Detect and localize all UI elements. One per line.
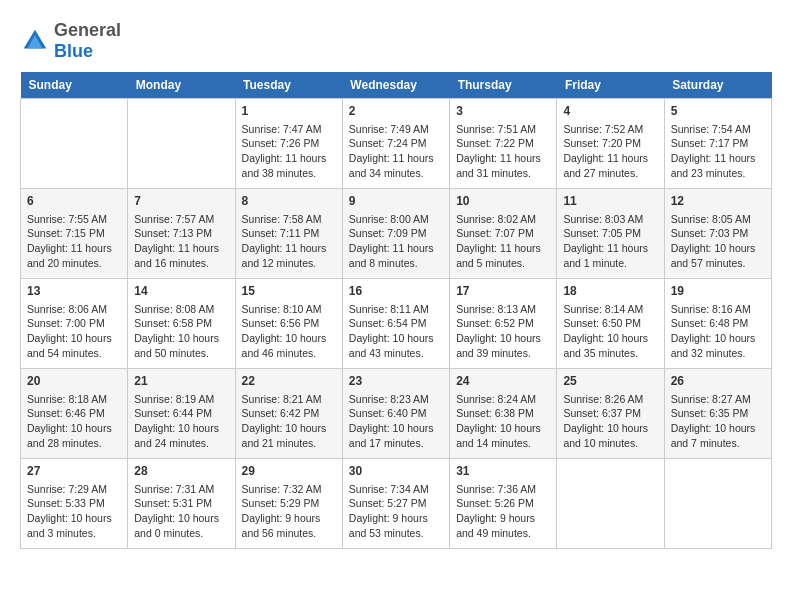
day-info: Sunset: 6:56 PM — [242, 316, 336, 331]
day-info: Sunset: 7:03 PM — [671, 226, 765, 241]
day-info: Sunrise: 8:13 AM — [456, 302, 550, 317]
day-info: Sunrise: 8:10 AM — [242, 302, 336, 317]
day-info: Sunrise: 8:00 AM — [349, 212, 443, 227]
day-number: 20 — [27, 373, 121, 390]
day-number: 7 — [134, 193, 228, 210]
weekday-header: Sunday — [21, 72, 128, 99]
day-info: Daylight: 11 hours and 12 minutes. — [242, 241, 336, 270]
day-info: Sunrise: 8:18 AM — [27, 392, 121, 407]
logo-text: General Blue — [54, 20, 121, 62]
day-info: Sunrise: 7:54 AM — [671, 122, 765, 137]
day-info: Sunrise: 7:36 AM — [456, 482, 550, 497]
day-info: Sunrise: 8:26 AM — [563, 392, 657, 407]
calendar-cell: 21Sunrise: 8:19 AMSunset: 6:44 PMDayligh… — [128, 369, 235, 459]
day-info: Sunrise: 8:11 AM — [349, 302, 443, 317]
weekday-header: Wednesday — [342, 72, 449, 99]
day-info: Daylight: 10 hours and 57 minutes. — [671, 241, 765, 270]
logo-icon — [20, 26, 50, 56]
day-info: Daylight: 11 hours and 8 minutes. — [349, 241, 443, 270]
day-info: Daylight: 11 hours and 31 minutes. — [456, 151, 550, 180]
day-info: Daylight: 10 hours and 54 minutes. — [27, 331, 121, 360]
day-info: Daylight: 11 hours and 1 minute. — [563, 241, 657, 270]
day-info: Sunrise: 8:14 AM — [563, 302, 657, 317]
day-info: Sunset: 6:44 PM — [134, 406, 228, 421]
day-info: Daylight: 10 hours and 43 minutes. — [349, 331, 443, 360]
day-info: Sunrise: 8:05 AM — [671, 212, 765, 227]
day-number: 28 — [134, 463, 228, 480]
day-info: Sunrise: 7:34 AM — [349, 482, 443, 497]
day-info: Daylight: 11 hours and 23 minutes. — [671, 151, 765, 180]
calendar-cell: 22Sunrise: 8:21 AMSunset: 6:42 PMDayligh… — [235, 369, 342, 459]
day-info: Daylight: 10 hours and 14 minutes. — [456, 421, 550, 450]
day-info: Sunset: 6:54 PM — [349, 316, 443, 331]
day-number: 22 — [242, 373, 336, 390]
calendar-body: 1Sunrise: 7:47 AMSunset: 7:26 PMDaylight… — [21, 99, 772, 549]
calendar-cell: 17Sunrise: 8:13 AMSunset: 6:52 PMDayligh… — [450, 279, 557, 369]
day-info: Sunset: 5:29 PM — [242, 496, 336, 511]
day-info: Sunrise: 7:57 AM — [134, 212, 228, 227]
day-info: Sunset: 6:58 PM — [134, 316, 228, 331]
calendar-week-row: 6Sunrise: 7:55 AMSunset: 7:15 PMDaylight… — [21, 189, 772, 279]
calendar-table: SundayMondayTuesdayWednesdayThursdayFrid… — [20, 72, 772, 549]
day-info: Sunset: 7:07 PM — [456, 226, 550, 241]
day-info: Daylight: 10 hours and 39 minutes. — [456, 331, 550, 360]
calendar-week-row: 1Sunrise: 7:47 AMSunset: 7:26 PMDaylight… — [21, 99, 772, 189]
day-info: Sunrise: 7:32 AM — [242, 482, 336, 497]
day-info: Sunset: 7:11 PM — [242, 226, 336, 241]
day-info: Sunrise: 7:58 AM — [242, 212, 336, 227]
day-info: Daylight: 11 hours and 20 minutes. — [27, 241, 121, 270]
day-number: 12 — [671, 193, 765, 210]
day-info: Sunset: 6:50 PM — [563, 316, 657, 331]
day-info: Sunset: 5:33 PM — [27, 496, 121, 511]
calendar-cell: 19Sunrise: 8:16 AMSunset: 6:48 PMDayligh… — [664, 279, 771, 369]
calendar-cell: 5Sunrise: 7:54 AMSunset: 7:17 PMDaylight… — [664, 99, 771, 189]
day-info: Daylight: 10 hours and 35 minutes. — [563, 331, 657, 360]
calendar-cell: 16Sunrise: 8:11 AMSunset: 6:54 PMDayligh… — [342, 279, 449, 369]
day-info: Sunset: 6:42 PM — [242, 406, 336, 421]
calendar-cell: 27Sunrise: 7:29 AMSunset: 5:33 PMDayligh… — [21, 459, 128, 549]
day-info: Daylight: 10 hours and 17 minutes. — [349, 421, 443, 450]
day-number: 26 — [671, 373, 765, 390]
day-number: 15 — [242, 283, 336, 300]
day-info: Sunset: 6:46 PM — [27, 406, 121, 421]
day-number: 30 — [349, 463, 443, 480]
day-info: Sunset: 7:13 PM — [134, 226, 228, 241]
day-info: Sunset: 7:09 PM — [349, 226, 443, 241]
day-info: Sunset: 5:27 PM — [349, 496, 443, 511]
page-header: General Blue — [20, 20, 772, 62]
day-info: Daylight: 10 hours and 21 minutes. — [242, 421, 336, 450]
day-number: 4 — [563, 103, 657, 120]
day-info: Sunrise: 8:23 AM — [349, 392, 443, 407]
day-number: 11 — [563, 193, 657, 210]
day-info: Daylight: 11 hours and 5 minutes. — [456, 241, 550, 270]
day-info: Daylight: 10 hours and 3 minutes. — [27, 511, 121, 540]
day-info: Daylight: 10 hours and 50 minutes. — [134, 331, 228, 360]
day-number: 21 — [134, 373, 228, 390]
day-info: Sunrise: 7:47 AM — [242, 122, 336, 137]
calendar-cell: 23Sunrise: 8:23 AMSunset: 6:40 PMDayligh… — [342, 369, 449, 459]
day-info: Sunrise: 7:51 AM — [456, 122, 550, 137]
day-info: Daylight: 10 hours and 0 minutes. — [134, 511, 228, 540]
day-info: Sunset: 7:17 PM — [671, 136, 765, 151]
day-info: Sunrise: 7:49 AM — [349, 122, 443, 137]
day-info: Sunset: 7:26 PM — [242, 136, 336, 151]
day-info: Daylight: 10 hours and 32 minutes. — [671, 331, 765, 360]
calendar-cell: 31Sunrise: 7:36 AMSunset: 5:26 PMDayligh… — [450, 459, 557, 549]
logo: General Blue — [20, 20, 121, 62]
calendar-cell: 18Sunrise: 8:14 AMSunset: 6:50 PMDayligh… — [557, 279, 664, 369]
day-number: 6 — [27, 193, 121, 210]
day-number: 23 — [349, 373, 443, 390]
day-number: 1 — [242, 103, 336, 120]
calendar-cell: 26Sunrise: 8:27 AMSunset: 6:35 PMDayligh… — [664, 369, 771, 459]
day-info: Sunrise: 8:21 AM — [242, 392, 336, 407]
day-info: Sunset: 7:22 PM — [456, 136, 550, 151]
calendar-cell — [128, 99, 235, 189]
day-number: 29 — [242, 463, 336, 480]
weekday-header: Monday — [128, 72, 235, 99]
calendar-week-row: 13Sunrise: 8:06 AMSunset: 7:00 PMDayligh… — [21, 279, 772, 369]
day-info: Daylight: 10 hours and 7 minutes. — [671, 421, 765, 450]
calendar-cell: 6Sunrise: 7:55 AMSunset: 7:15 PMDaylight… — [21, 189, 128, 279]
day-info: Sunrise: 7:31 AM — [134, 482, 228, 497]
day-number: 9 — [349, 193, 443, 210]
day-number: 25 — [563, 373, 657, 390]
